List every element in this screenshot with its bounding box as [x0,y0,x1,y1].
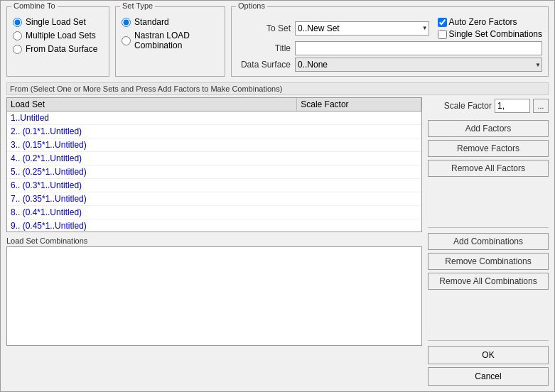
ok-button[interactable]: OK [428,346,549,364]
from-data-surface-option[interactable]: From Data Surface [13,44,103,54]
divider [428,227,549,228]
scale-factor-input[interactable] [495,99,530,113]
to-set-select[interactable]: 0..New Set [295,21,429,36]
data-surface-label: Data Surface [237,60,291,70]
table-row[interactable]: 7.. (0.35*1..Untitled) [7,192,421,206]
scale-cell [297,138,421,152]
loadset-cell: 7.. (0.35*1..Untitled) [7,192,297,206]
options-group: Options To Set 0..New Set ▼ Auto Zero [231,6,549,77]
scale-header: Scale Factor [297,98,421,111]
left-panel: Load Set Scale Factor 1..Untitled2.. (0.… [6,97,422,386]
remove-all-factors-button[interactable]: Remove All Factors [428,160,549,177]
scale-cell [297,206,421,219]
remove-factors-button[interactable]: Remove Factors [428,140,549,157]
scale-cell [297,125,421,138]
add-combinations-button[interactable]: Add Combinations [428,233,549,250]
loadset-header: Load Set [7,98,297,111]
loadset-cell: 8.. (0.4*1..Untitled) [7,206,297,219]
table-header-row: Load Set Scale Factor [7,98,421,111]
single-load-set-radio[interactable] [13,18,22,27]
combine-to-options: Single Load Set Multiple Load Sets From … [13,17,103,54]
cancel-button[interactable]: Cancel [428,367,549,386]
loadset-cell: 3.. (0.15*1..Untitled) [7,138,297,152]
single-set-combinations-option[interactable]: Single Set Combinations [438,29,542,39]
title-label: Title [237,43,291,53]
table-row[interactable]: 5.. (0.25*1..Untitled) [7,165,421,179]
main-dialog: Combine To Single Load Set Multiple Load… [0,0,555,392]
auto-zero-checkbox[interactable] [438,18,447,27]
combinations-label: Load Set Combinations [6,236,422,245]
from-data-surface-radio[interactable] [13,45,22,54]
single-load-set-option[interactable]: Single Load Set [13,17,103,27]
loadset-cell: 9.. (0.45*1..Untitled) [7,219,297,233]
table-row[interactable]: 6.. (0.3*1..Untitled) [7,179,421,192]
set-type-label: Set Type [120,1,155,10]
loadset-cell: 5.. (0.25*1..Untitled) [7,165,297,179]
main-area: Load Set Scale Factor 1..Untitled2.. (0.… [6,97,549,386]
scale-cell [297,165,421,179]
top-checkboxes: Auto Zero Factors Single Set Combination… [438,17,542,39]
nastran-label: Nastran LOAD Combination [134,31,219,50]
multiple-load-sets-label: Multiple Load Sets [26,31,96,40]
set-type-group: Set Type Standard Nastran LOAD Combinati… [115,6,225,77]
remove-combinations-button[interactable]: Remove Combinations [428,253,549,270]
loadset-cell: 4.. (0.2*1..Untitled) [7,152,297,165]
table-body: 1..Untitled2.. (0.1*1..Untitled)3.. (0.1… [7,111,421,233]
multiple-load-sets-option[interactable]: Multiple Load Sets [13,31,103,40]
nastran-radio[interactable] [122,36,131,45]
standard-label: Standard [134,17,169,27]
from-data-surface-label: From Data Surface [26,44,97,54]
single-load-set-label: Single Load Set [26,17,86,27]
from-header: From (Select One or More Sets and Press … [6,82,549,95]
data-surface-select[interactable]: 0..None [295,58,542,72]
standard-option[interactable]: Standard [122,17,219,27]
set-type-options: Standard Nastran LOAD Combination [122,17,219,50]
auto-zero-option[interactable]: Auto Zero Factors [438,17,542,27]
combinations-box [6,246,422,346]
table-row[interactable]: 3.. (0.15*1..Untitled) [7,138,421,152]
table-row[interactable]: 8.. (0.4*1..Untitled) [7,206,421,219]
single-set-combinations-label: Single Set Combinations [449,29,542,39]
scale-factor-label: Scale Factor [428,101,492,111]
options-label: Options [236,1,267,10]
table-row[interactable]: 4.. (0.2*1..Untitled) [7,152,421,165]
combine-to-label: Combine To [11,1,58,10]
top-section: Combine To Single Load Set Multiple Load… [6,6,549,77]
from-table: Load Set Scale Factor 1..Untitled2.. (0.… [7,98,421,232]
to-set-row: To Set 0..New Set ▼ Auto Zero Factors [237,17,542,39]
divider-2 [428,340,549,341]
to-set-label: To Set [237,23,291,33]
scale-factor-button[interactable]: ... [533,99,549,113]
loadset-cell: 1..Untitled [7,111,297,125]
title-row: Title [237,41,542,55]
loadset-cell: 6.. (0.3*1..Untitled) [7,179,297,192]
multiple-load-sets-radio[interactable] [13,31,22,40]
title-input[interactable] [295,41,542,55]
from-table-container: Load Set Scale Factor 1..Untitled2.. (0.… [6,97,422,232]
table-row[interactable]: 1..Untitled [7,111,421,125]
scale-cell [297,111,421,125]
table-row[interactable]: 2.. (0.1*1..Untitled) [7,125,421,138]
loadset-cell: 2.. (0.1*1..Untitled) [7,125,297,138]
standard-radio[interactable] [122,18,131,27]
scale-cell [297,192,421,206]
combine-to-group: Combine To Single Load Set Multiple Load… [6,6,109,77]
single-set-combinations-checkbox[interactable] [438,30,447,39]
scale-cell [297,219,421,233]
nastran-option[interactable]: Nastran LOAD Combination [122,31,219,50]
auto-zero-label: Auto Zero Factors [449,17,517,27]
right-panel: Scale Factor ... Add Factors Remove Fact… [428,97,549,386]
scale-factor-row: Scale Factor ... [428,99,549,113]
data-surface-row: Data Surface 0..None ▼ [237,58,542,72]
combinations-section: Load Set Combinations [6,236,422,346]
scale-cell [297,179,421,192]
table-row[interactable]: 9.. (0.45*1..Untitled) [7,219,421,233]
add-factors-button[interactable]: Add Factors [428,120,549,137]
scale-cell [297,152,421,165]
remove-all-combinations-button[interactable]: Remove All Combinations [428,273,549,290]
